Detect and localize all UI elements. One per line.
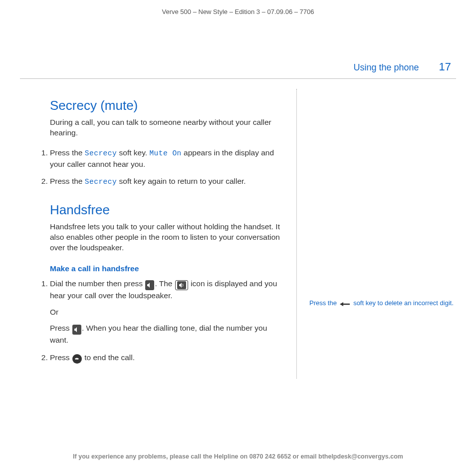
text: . When you hear the dialling tone, dial … (50, 324, 267, 344)
text: soft key again to return to your caller. (117, 177, 245, 185)
secrecy-intro: During a call, you can talk to someone n… (50, 117, 284, 138)
page-footer: If you experience any problems, please c… (0, 453, 476, 460)
end-call-icon (72, 354, 82, 364)
document-page: Verve 500 – New Style – Edition 3 – 07.0… (0, 0, 476, 472)
handsfree-steps: Dial the number then press . The icon is… (40, 278, 284, 364)
text: Press the (50, 177, 85, 185)
text: Press the (50, 148, 85, 157)
secrecy-heading: Secrecy (mute) (50, 98, 284, 113)
text: soft key. (117, 148, 149, 157)
text: soft key to delete an incorrect digit. (352, 299, 454, 307)
content-columns: Secrecy (mute) During a call, you can ta… (15, 79, 461, 379)
sidebar-column: Press the soft key to delete an incorrec… (297, 89, 456, 379)
text: . The (155, 279, 174, 288)
handsfree-step-1: Dial the number then press . The icon is… (50, 278, 284, 346)
lcd-secrecy: Secrecy (85, 149, 117, 157)
secrecy-step-2: Press the Secrecy soft key again to retu… (50, 176, 284, 187)
sidebar-tip: Press the soft key to delete an incorrec… (309, 299, 456, 309)
speaker-icon (72, 325, 81, 335)
page-number: 17 (439, 60, 451, 73)
secrecy-step-1: Press the Secrecy soft key. Mute On appe… (50, 147, 284, 170)
handsfree-subheading: Make a call in handsfree (50, 264, 284, 273)
text: Press (50, 324, 72, 332)
text: Press the (309, 299, 339, 307)
handsfree-heading: Handsfree (50, 202, 284, 218)
text: to end the call. (82, 353, 135, 362)
document-meta-line: Verve 500 – New Style – Edition 3 – 07.0… (15, 8, 461, 15)
svg-marker-1 (340, 302, 343, 306)
text: Press (50, 353, 72, 362)
page-header: Using the phone 17 (20, 60, 456, 79)
or-text: Or (50, 307, 284, 318)
section-title: Using the phone (353, 62, 419, 73)
handsfree-intro: Handsfree lets you talk to your caller w… (50, 222, 284, 253)
text: Dial the number then press (50, 279, 145, 288)
speaker-display-icon (175, 280, 188, 290)
back-arrow-icon (340, 300, 351, 309)
lcd-mute-on: Mute On (149, 149, 181, 157)
handsfree-step-2: Press to end the call. (50, 352, 284, 364)
speaker-icon (145, 280, 154, 290)
lcd-secrecy: Secrecy (85, 178, 117, 186)
handsfree-step-1-alt: Press . When you hear the dialling tone,… (50, 323, 284, 346)
main-column: Secrecy (mute) During a call, you can ta… (20, 89, 297, 379)
secrecy-steps: Press the Secrecy soft key. Mute On appe… (40, 147, 284, 188)
